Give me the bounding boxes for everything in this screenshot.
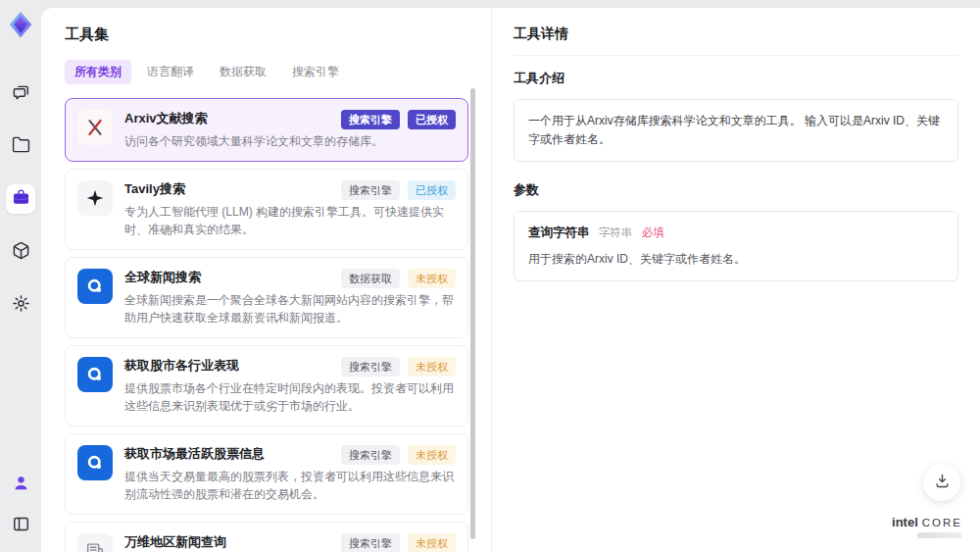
app-logo-icon [6,10,35,39]
sidebar-bottom [6,470,35,540]
tool-description: 专为人工智能代理 (LLM) 构建的搜索引擎工具。可快速提供实时、准确和真实的结… [124,203,456,238]
app-window: 工具集 所有类别 语言翻译 数据获取 搜索引擎 [0,0,980,552]
auth-status-badge: 未授权 [408,445,456,465]
tool-description: 提供股票市场各个行业在特定时间段内的表现。投资者可以利用这些信息来识别表现优于或… [124,379,456,415]
cube-icon [12,241,30,263]
param-description: 用于搜索的Arxiv ID、关键字或作者姓名。 [528,250,944,269]
parameter-item: 查询字符串 字符串 必填 用于搜索的Arxiv ID、关键字或作者姓名。 [514,211,958,281]
intel-core-text: core [922,517,962,528]
param-required-badge: 必填 [642,226,664,238]
category-badge: 搜索引擎 [341,110,400,129]
tool-card-sector-performance[interactable]: 获取股市各行业表现 搜索引擎 未授权 提供股票市场各个行业在特定时间段内的表现。… [65,345,468,427]
category-badge: 数据获取 [341,269,400,288]
sidebar-item-settings[interactable] [6,290,35,320]
params-heading: 参数 [514,181,958,199]
q-search-icon [77,445,113,480]
param-name: 查询字符串 [528,226,590,239]
tool-name: 获取股市各行业表现 [124,357,239,375]
download-icon [934,473,951,492]
sparkle-icon [77,180,113,216]
category-tabs: 所有类别 语言翻译 数据获取 搜索引擎 [65,60,491,84]
auth-status-badge: 未授权 [408,357,456,376]
sidebar-nav [6,78,35,320]
intel-sub-mark [917,532,962,538]
q-search-icon [77,357,113,392]
collapse-panel-icon [12,515,30,536]
tool-name: 获取市场最活跃股票信息 [124,445,265,463]
folder-icon [12,135,30,157]
briefcase-icon [12,188,30,210]
auth-status-badge: 未授权 [408,533,456,552]
sidebar-item-chat[interactable] [6,78,35,108]
tab-search-engine[interactable]: 搜索引擎 [282,60,349,84]
main-surface: 工具集 所有类别 语言翻译 数据获取 搜索引擎 [41,8,980,552]
sidebar-item-plugins[interactable] [6,237,35,267]
tool-list-panel: 工具集 所有类别 语言翻译 数据获取 搜索引擎 [41,8,492,552]
detail-panel-title: 工具详情 [514,25,958,56]
tool-card-arxiv[interactable]: Arxiv文献搜索 搜索引擎 已授权 访问各个研究领域大量科学论文和文章的存储库… [65,98,468,162]
auth-status-badge: 已授权 [408,180,456,200]
tool-card-global-news[interactable]: 全球新闻搜索 数据获取 未授权 全球新闻搜索是一个聚合全球各大新闻网站内容的搜索… [65,257,468,338]
category-badge: 搜索引擎 [341,445,400,465]
tool-name: 万维地区新闻查询 [124,533,226,551]
gear-icon [12,294,30,316]
page-title: 工具集 [65,25,491,44]
param-type: 字符串 [599,226,633,238]
category-badge: 搜索引擎 [341,533,400,552]
user-profile-button[interactable] [6,470,35,499]
auth-status-badge: 已授权 [408,110,456,129]
auth-status-badge: 未授权 [408,269,456,288]
tool-card-regional-news[interactable]: 万维地区新闻查询 搜索引擎 未授权 查询具体行政区划内的新闻，快速了解各地新闻动 [65,522,468,552]
intro-heading: 工具介绍 [514,70,958,87]
icon-sidebar [0,0,41,552]
tool-name: 全球新闻搜索 [124,269,201,286]
tool-card-tavily[interactable]: Tavily搜索 搜索引擎 已授权 专为人工智能代理 (LLM) 构建的搜索引擎… [65,169,468,250]
tab-language-translation[interactable]: 语言翻译 [137,60,204,84]
tool-name: Tavily搜索 [124,180,185,198]
intel-brand-text: intel [892,515,918,529]
tool-card-most-active-stocks[interactable]: 获取市场最活跃股票信息 搜索引擎 未授权 提供当天交易量最高的股票列表，投资者可… [65,433,468,515]
category-badge: 搜索引擎 [341,357,400,376]
list-scrollbar[interactable] [470,88,475,539]
tool-description: 访问各个研究领域大量科学论文和文章的存储库。 [124,132,456,150]
tool-intro-text: 一个用于从Arxiv存储库搜索科学论文和文章的工具。 输入可以是Arxiv ID… [514,99,958,162]
sidebar-item-files[interactable] [6,131,35,161]
tab-data-acquisition[interactable]: 数据获取 [210,60,276,84]
tool-description: 全球新闻搜索是一个聚合全球各大新闻网站内容的搜索引擎，帮助用户快速获取全球最新资… [124,291,456,326]
tool-detail-panel: 工具详情 工具介绍 一个用于从Arxiv存储库搜索科学论文和文章的工具。 输入可… [492,8,980,552]
chat-icon [12,82,30,104]
user-avatar-icon [12,474,30,495]
tab-all-categories[interactable]: 所有类别 [65,60,131,84]
arxiv-icon [77,110,113,145]
sidebar-item-tools[interactable] [6,184,35,214]
intel-core-badge: intelcore [892,515,962,538]
tool-card-list: Arxiv文献搜索 搜索引擎 已授权 访问各个研究领域大量科学论文和文章的存储库… [65,98,468,552]
collapse-sidebar-button[interactable] [6,511,35,540]
newspaper-icon [77,533,113,552]
tool-name: Arxiv文献搜索 [124,110,208,127]
download-button[interactable] [923,464,960,501]
tool-description: 提供当天交易量最高的股票列表，投资者可以利用这些信息来识别流动性强的股票和潜在的… [124,468,456,503]
q-search-icon [77,269,113,304]
category-badge: 搜索引擎 [341,180,400,200]
